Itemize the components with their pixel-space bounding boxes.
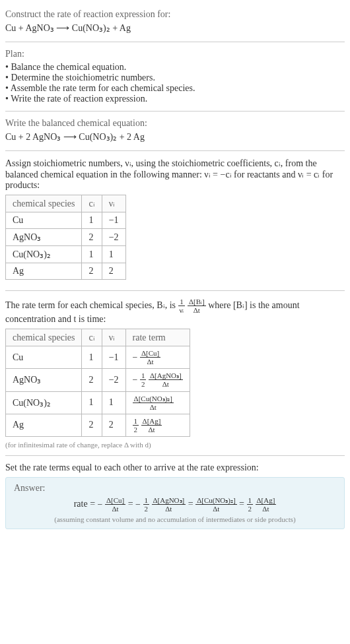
cell-ci: 2 (82, 369, 102, 391)
cell-ci: 2 (82, 263, 102, 280)
plan-section: Plan: • Balance the chemical equation. •… (5, 45, 345, 108)
term3-frac: Δ[Cu(NO₃)₂] Δt (195, 496, 236, 513)
rateterm-table: chemical species cᵢ νᵢ rate term Cu 1 −1… (5, 329, 190, 437)
col-species: chemical species (6, 195, 82, 212)
delta-frac: Δ[Cu] Δt (140, 349, 160, 366)
sign: − (133, 352, 138, 362)
divider (5, 455, 345, 456)
coef-frac: 1 2 (140, 371, 147, 388)
term2-frac: Δ[AgNO₃] Δt (152, 496, 186, 513)
col-species: chemical species (6, 329, 82, 346)
frac-den: 2 (140, 380, 147, 388)
table-row: Ag 2 2 (6, 263, 126, 280)
frac-den: 2 (247, 505, 254, 513)
table-row: Cu 1 −1 (6, 212, 126, 229)
cell-species: Ag (6, 263, 82, 280)
col-vi: νᵢ (102, 195, 125, 212)
frac-den: Δt (105, 505, 125, 513)
cell-ci: 1 (82, 246, 102, 263)
frac-num: Δ[Cu] (105, 496, 125, 505)
frac-den: Δt (188, 306, 206, 314)
stoich-section: Assign stoichiometric numbers, νᵢ, using… (5, 154, 345, 288)
plan-heading: Plan: (5, 49, 345, 59)
balanced-equation: Cu + 2 AgNO₃ ⟶ Cu(NO₃)₂ + 2 Ag (5, 131, 345, 143)
plan-bullet: • Balance the chemical equation. (5, 62, 345, 73)
frac-num: 1 (143, 496, 150, 505)
frac-den: νᵢ (178, 306, 186, 314)
final-section: Set the rate terms equal to each other t… (5, 459, 345, 533)
rateterm-section: The rate term for each chemical species,… (5, 294, 345, 453)
plan-bullet: • Assemble the rate term for each chemic… (5, 83, 345, 94)
intro-prompt: Construct the rate of reaction expressio… (5, 9, 345, 20)
divider (5, 42, 345, 42)
term1-frac: Δ[Cu] Δt (105, 496, 125, 513)
cell-rate: Δ[Cu(NO₃)₂] Δt (125, 391, 190, 414)
cell-species: Cu(NO₃)₂ (6, 246, 82, 263)
cell-vi: −1 (102, 212, 125, 229)
divider (5, 111, 345, 112)
frac-den: 2 (133, 426, 139, 434)
rateterm-text: The rate term for each chemical species,… (5, 298, 345, 325)
table-row: Cu(NO₃)₂ 1 1 Δ[Cu(NO₃)₂] Δt (6, 391, 190, 414)
stoich-text: Assign stoichiometric numbers, νᵢ, using… (5, 158, 345, 191)
frac-num: Δ[Cu] (140, 349, 160, 358)
frac-num: 1 (140, 371, 147, 380)
frac-num: 1 (133, 417, 139, 426)
coef-frac: 1 2 (133, 417, 139, 434)
frac-den: Δt (141, 426, 162, 434)
term4-frac: Δ[Ag] Δt (256, 496, 277, 513)
cell-ci: 1 (82, 391, 102, 414)
answer-note: (assuming constant volume and no accumul… (14, 515, 336, 523)
cell-ci: 2 (82, 229, 102, 246)
cell-species: AgNO₃ (6, 369, 82, 391)
table-header-row: chemical species cᵢ νᵢ (6, 195, 126, 212)
equals: = (128, 499, 135, 509)
rate-label: rate = (74, 499, 98, 509)
delta-frac: Δ[Ag] Δt (141, 417, 162, 434)
col-vi: νᵢ (102, 329, 125, 346)
intro-section: Construct the rate of reaction expressio… (5, 5, 345, 39)
table-row: Cu 1 −1 − Δ[Cu] Δt (6, 346, 190, 369)
frac-den: Δt (195, 505, 236, 513)
rateterm-frac1: 1 νᵢ (178, 298, 186, 314)
rateterm-note: (for infinitesimal rate of change, repla… (5, 441, 345, 449)
cell-vi: 2 (102, 414, 125, 436)
cell-vi: −1 (102, 346, 125, 369)
frac-den: Δt (256, 505, 277, 513)
cell-ci: 2 (82, 414, 102, 436)
cell-species: Cu (6, 212, 82, 229)
delta-frac: Δ[Cu(NO₃)₂] Δt (133, 395, 174, 411)
equals: = (239, 499, 246, 509)
cell-species: Ag (6, 414, 82, 436)
col-ci: cᵢ (82, 329, 102, 346)
cell-species: AgNO₃ (6, 229, 82, 246)
table-row: AgNO₃ 2 −2 (6, 229, 126, 246)
plan-bullet: • Write the rate of reaction expression. (5, 94, 345, 104)
delta-frac: Δ[AgNO₃] Δt (149, 371, 183, 388)
frac-den: Δt (133, 403, 174, 411)
frac-den: Δt (140, 358, 160, 366)
col-rate: rate term (125, 329, 190, 346)
intro-equation: Cu + AgNO₃ ⟶ Cu(NO₃)₂ + Ag (5, 22, 345, 34)
plan-bullet: • Determine the stoichiometric numbers. (5, 73, 345, 83)
cell-ci: 1 (82, 212, 102, 229)
rateterm-pre: The rate term for each chemical species,… (5, 300, 178, 310)
cell-rate: 1 2 Δ[Ag] Δt (125, 414, 190, 436)
table-header-row: chemical species cᵢ νᵢ rate term (6, 329, 190, 346)
divider (5, 290, 345, 291)
cell-vi: 2 (102, 263, 125, 280)
final-heading: Set the rate terms equal to each other t… (5, 463, 345, 473)
cell-rate: − Δ[Cu] Δt (125, 346, 190, 369)
term2-coef: 1 2 (143, 496, 150, 513)
frac-num: Δ[AgNO₃] (149, 371, 183, 380)
table-row: Ag 2 2 1 2 Δ[Ag] Δt (6, 414, 190, 436)
frac-num: Δ[Ag] (256, 496, 277, 505)
balanced-heading: Write the balanced chemical equation: (5, 118, 345, 129)
cell-vi: −2 (102, 229, 125, 246)
divider (5, 150, 345, 151)
frac-num: Δ[Ag] (141, 417, 162, 426)
cell-ci: 1 (82, 346, 102, 369)
frac-num: Δ[Cu(NO₃)₂] (133, 395, 174, 403)
sign: − (98, 499, 103, 509)
table-row: AgNO₃ 2 −2 − 1 2 Δ[AgNO₃] Δt (6, 369, 190, 391)
